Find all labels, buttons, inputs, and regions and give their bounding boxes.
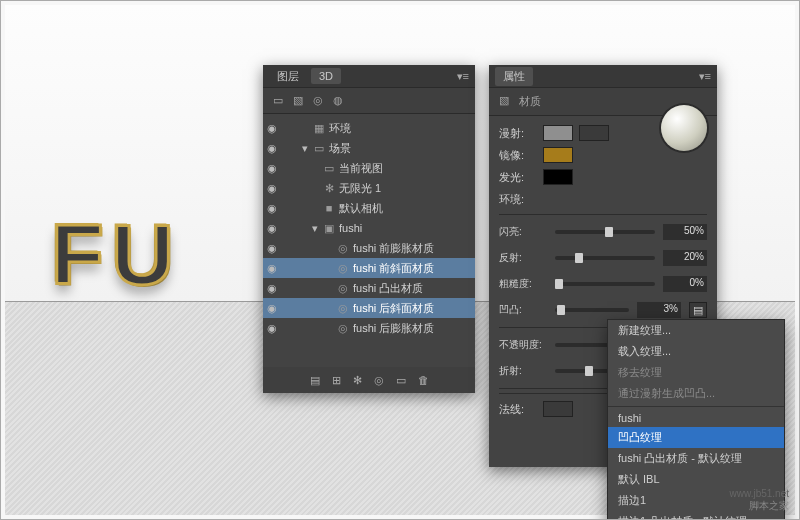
layer-label: fushi 前斜面材质 xyxy=(351,261,469,276)
menu-item-5[interactable]: fushi xyxy=(608,409,784,427)
layer-type-icon: ▭ xyxy=(321,162,337,175)
slider-thumb[interactable] xyxy=(557,305,565,315)
visibility-eye-icon[interactable]: ◉ xyxy=(263,122,281,135)
footer-btn-0[interactable]: ▤ xyxy=(310,374,320,387)
material-section-label: 材质 xyxy=(519,94,541,109)
layer-label: fushi 后斜面材质 xyxy=(351,301,469,316)
slider-value[interactable]: 0% xyxy=(663,276,707,292)
slider-label: 反射: xyxy=(499,251,547,265)
slider-label: 凹凸: xyxy=(499,303,547,317)
visibility-eye-icon[interactable]: ◉ xyxy=(263,262,281,275)
layer-row-6[interactable]: ◉◎fushi 前膨胀材质 xyxy=(263,238,475,258)
slider-thumb[interactable] xyxy=(605,227,613,237)
layer-row-1[interactable]: ◉▾▭场景 xyxy=(263,138,475,158)
slider-value[interactable]: 20% xyxy=(663,250,707,266)
color-row-2: 发光: xyxy=(499,166,707,188)
layer-label: fushi 前膨胀材质 xyxy=(351,241,469,256)
footer-btn-2[interactable]: ✻ xyxy=(353,374,362,387)
layer-row-10[interactable]: ◉◎fushi 后膨胀材质 xyxy=(263,318,475,338)
color-label: 漫射: xyxy=(499,126,537,141)
3d-filter-btn-2[interactable]: ◎ xyxy=(313,94,323,107)
3d-filter-toolbar: ▭▧◎◍ xyxy=(263,87,475,114)
visibility-eye-icon[interactable]: ◉ xyxy=(263,302,281,315)
slider-track[interactable] xyxy=(555,256,655,260)
layer-type-icon: ◎ xyxy=(335,302,351,315)
slider-track[interactable] xyxy=(555,308,629,312)
layer-type-icon: ■ xyxy=(321,202,337,214)
3d-text-object[interactable]: FU xyxy=(51,205,182,304)
slider-label: 不透明度: xyxy=(499,338,547,352)
menu-item-7[interactable]: fushi 凸出材质 - 默认纹理 xyxy=(608,448,784,469)
visibility-eye-icon[interactable]: ◉ xyxy=(263,222,281,235)
layer-type-icon: ◎ xyxy=(335,282,351,295)
slider-track[interactable] xyxy=(555,230,655,234)
panel-menu-icon[interactable]: ▾≡ xyxy=(457,70,469,83)
3d-filter-btn-3[interactable]: ◍ xyxy=(333,94,343,107)
visibility-eye-icon[interactable]: ◉ xyxy=(263,242,281,255)
3d-filter-btn-0[interactable]: ▭ xyxy=(273,94,283,107)
disclosure-icon[interactable]: ▾ xyxy=(299,142,311,155)
footer-btn-3[interactable]: ◎ xyxy=(374,374,384,387)
watermark-site: 脚本之家 xyxy=(730,499,789,513)
color-label: 环境: xyxy=(499,192,537,207)
layer-row-9[interactable]: ◉◎fushi 后斜面材质 xyxy=(263,298,475,318)
visibility-eye-icon[interactable]: ◉ xyxy=(263,202,281,215)
color-swatch[interactable] xyxy=(543,125,573,141)
slider-row-0: 闪亮:50% xyxy=(499,219,707,245)
footer-btn-1[interactable]: ⊞ xyxy=(332,374,341,387)
normal-label: 法线: xyxy=(499,402,537,417)
menu-separator xyxy=(608,406,784,407)
menu-item-8[interactable]: 默认 IBL xyxy=(608,469,784,490)
layer-row-3[interactable]: ◉✻无限光 1 xyxy=(263,178,475,198)
menu-item-6[interactable]: 凹凸纹理 xyxy=(608,427,784,448)
texture-folder-icon[interactable]: ▤ xyxy=(689,302,707,318)
slider-track[interactable] xyxy=(555,282,655,286)
color-row-3: 环境: xyxy=(499,188,707,210)
visibility-eye-icon[interactable]: ◉ xyxy=(263,182,281,195)
layer-row-0[interactable]: ◉▦环境 xyxy=(263,118,475,138)
visibility-eye-icon[interactable]: ◉ xyxy=(263,142,281,155)
tab-3d[interactable]: 3D xyxy=(311,68,341,84)
layer-row-7[interactable]: ◉◎fushi 前斜面材质 xyxy=(263,258,475,278)
color-swatch[interactable] xyxy=(543,169,573,185)
menu-item-0[interactable]: 新建纹理... xyxy=(608,320,784,341)
panel-menu-icon[interactable]: ▾≡ xyxy=(699,70,711,83)
normal-folder[interactable] xyxy=(543,401,573,417)
layer-type-icon: ▦ xyxy=(311,122,327,135)
footer-btn-5[interactable]: 🗑 xyxy=(418,374,429,386)
layer-type-icon: ◎ xyxy=(335,242,351,255)
visibility-eye-icon[interactable]: ◉ xyxy=(263,322,281,335)
footer-btn-4[interactable]: ▭ xyxy=(396,374,406,387)
layer-label: 当前视图 xyxy=(337,161,469,176)
slider-value[interactable]: 50% xyxy=(663,224,707,240)
tab-properties[interactable]: 属性 xyxy=(495,67,533,86)
slider-thumb[interactable] xyxy=(585,366,593,376)
layer-label: 环境 xyxy=(327,121,469,136)
layer-type-icon: ▭ xyxy=(311,142,327,155)
slider-thumb[interactable] xyxy=(575,253,583,263)
color-swatch[interactable] xyxy=(543,147,573,163)
layer-row-2[interactable]: ◉▭当前视图 xyxy=(263,158,475,178)
layer-type-icon: ◎ xyxy=(335,322,351,335)
slider-value[interactable]: 3% xyxy=(637,302,681,318)
menu-item-3: 通过漫射生成凹凸... xyxy=(608,383,784,404)
material-icon: ▧ xyxy=(499,94,509,109)
menu-item-1[interactable]: 载入纹理... xyxy=(608,341,784,362)
layer-row-8[interactable]: ◉◎fushi 凸出材质 xyxy=(263,278,475,298)
layer-label: 默认相机 xyxy=(337,201,469,216)
3d-filter-btn-1[interactable]: ▧ xyxy=(293,94,303,107)
3d-tree: ◉▦环境◉▾▭场景◉▭当前视图◉✻无限光 1◉■默认相机◉▾▣fushi◉◎fu… xyxy=(263,114,475,342)
slider-thumb[interactable] xyxy=(555,279,563,289)
disclosure-icon[interactable]: ▾ xyxy=(309,222,321,235)
layer-row-4[interactable]: ◉■默认相机 xyxy=(263,198,475,218)
texture-folder-icon[interactable] xyxy=(579,125,609,141)
visibility-eye-icon[interactable]: ◉ xyxy=(263,282,281,295)
layer-type-icon: ✻ xyxy=(321,182,337,195)
visibility-eye-icon[interactable]: ◉ xyxy=(263,162,281,175)
slider-label: 粗糙度: xyxy=(499,277,547,291)
layer-row-5[interactable]: ◉▾▣fushi xyxy=(263,218,475,238)
tab-layers[interactable]: 图层 xyxy=(269,67,307,86)
color-label: 镜像: xyxy=(499,148,537,163)
material-preview-sphere[interactable] xyxy=(661,105,707,151)
layer-label: 场景 xyxy=(327,141,469,156)
